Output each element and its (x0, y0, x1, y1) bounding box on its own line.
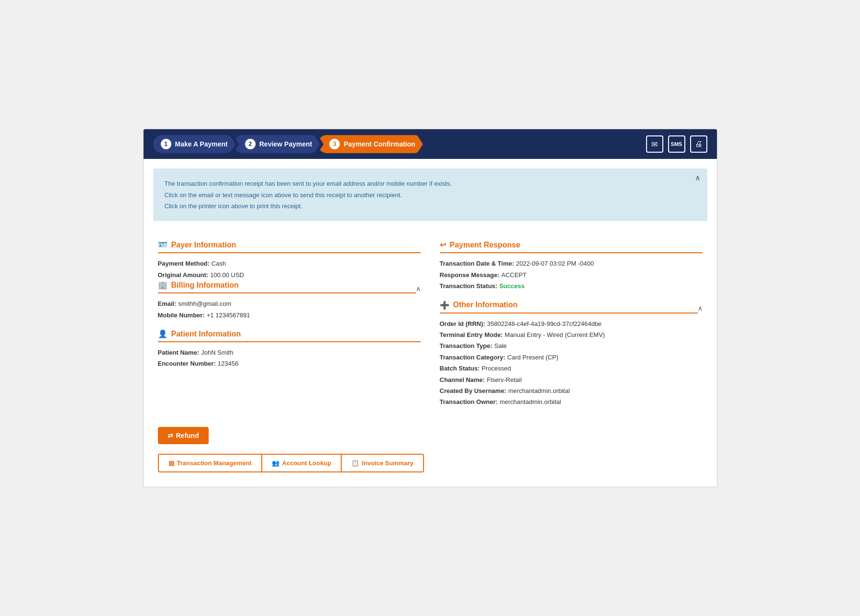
payment-response-content: Transaction Date & Time: 2022-09-07 03:0… (440, 258, 703, 291)
invoice-summary-icon: 📋 (351, 459, 359, 467)
transaction-category-value: Card Present (CP) (507, 352, 558, 363)
transaction-owner-value: merchantadmin.orbital (500, 396, 561, 407)
payment-response-header: ↩ Payment Response (440, 240, 703, 253)
transaction-owner-label: Transaction Owner: (440, 396, 498, 407)
response-message-value: ACCEPT (502, 269, 527, 280)
stepper: 1 Make A Payment 2 Review Payment 3 Paym… (153, 135, 423, 153)
payment-response-title: Payment Response (450, 241, 521, 249)
invoice-summary-button[interactable]: 📋 Invoice Summary (341, 454, 424, 472)
email-value: smithh@gmail.com (179, 298, 232, 309)
patient-name-field: Patient Name: JohN Smith (158, 347, 421, 358)
created-by-value: merchantadmin.orbital (508, 385, 570, 396)
original-amount-field: Original Amount: 100.00 USD (158, 269, 421, 280)
transaction-category-label: Transaction Category: (440, 352, 505, 363)
payment-method-field: Payment Method: Cash (158, 258, 421, 269)
banner-line-3: Click on the printer icon above to print… (165, 201, 696, 212)
response-message-label: Response Message: (440, 269, 500, 280)
patient-name-label: Patient Name: (158, 347, 200, 358)
terminal-mode-field: Terminal Entry Mode: Manual Entry - Wire… (440, 329, 703, 340)
sms-icon[interactable]: SMS (668, 135, 685, 153)
info-banner: The transaction confirmation receipt has… (153, 168, 707, 221)
step-2[interactable]: 2 Review Payment (234, 135, 320, 153)
order-id-value: 35802248-c4ef-4a19-99cd-37cf22464dbe (487, 318, 602, 329)
transaction-category-field: Transaction Category: Card Present (CP) (440, 352, 703, 363)
original-amount-value: 100.00 USD (210, 269, 244, 280)
transaction-status-label: Transaction Status: (440, 280, 498, 291)
transaction-management-label: Transaction Management (177, 459, 252, 467)
transaction-owner-field: Transaction Owner: merchantadmin.orbital (440, 396, 703, 407)
response-icon: ↩ (440, 240, 446, 249)
batch-status-label: Batch Status: (440, 363, 480, 374)
transaction-datetime-label: Transaction Date & Time: (440, 258, 514, 269)
channel-name-field: Channel Name: Fiserv-Retail (440, 374, 703, 385)
step-1-num: 1 (161, 139, 171, 149)
step-1[interactable]: 1 Make A Payment (153, 135, 235, 153)
refund-icon: ⇄ (168, 432, 173, 439)
patient-name-value: JohN Smith (201, 347, 233, 358)
email-icon[interactable]: ✉ (646, 135, 663, 153)
banner-line-1: The transaction confirmation receipt has… (165, 178, 696, 189)
terminal-mode-value: Manual Entry - Wired (Current EMV) (504, 329, 605, 340)
mobile-label: Mobile Number: (158, 310, 205, 321)
billing-collapse-button[interactable]: ∧ (416, 285, 421, 294)
created-by-field: Created By Username: merchantadmin.orbit… (440, 385, 703, 396)
transaction-type-field: Transaction Type: Sale (440, 340, 703, 351)
patient-info-title: Patient Information (171, 330, 241, 338)
refund-label: Refund (176, 432, 199, 439)
channel-name-value: Fiserv-Retail (487, 374, 522, 385)
created-by-label: Created By Username: (440, 385, 506, 396)
transaction-management-icon: ▤ (168, 459, 174, 467)
nav-buttons: ▤ Transaction Management 👥 Account Looku… (158, 454, 703, 472)
other-info-header: ➕ Other Information (440, 301, 698, 314)
billing-info-header: 🏢 Billing Information (158, 280, 416, 293)
transaction-datetime-value: 2022-09-07 03:02 PM -0400 (516, 258, 594, 269)
encounter-label: Encounter Number: (158, 358, 216, 369)
header: 1 Make A Payment 2 Review Payment 3 Paym… (144, 129, 717, 159)
transaction-management-button[interactable]: ▤ Transaction Management (158, 454, 262, 472)
step-2-num: 2 (245, 139, 256, 149)
banner-line-2: Click on the email or text message icon … (165, 190, 696, 201)
step-3[interactable]: 3 Payment Confirmation (318, 135, 423, 153)
encounter-field: Encounter Number: 123456 (158, 358, 421, 369)
transaction-status-field: Transaction Status: Success (440, 280, 703, 291)
channel-name-label: Channel Name: (440, 374, 485, 385)
other-info-content: Order Id (RRN): 35802248-c4ef-4a19-99cd-… (440, 318, 703, 408)
email-label: Email: (158, 298, 177, 309)
step-3-label: Payment Confirmation (344, 140, 415, 148)
transaction-type-value: Sale (494, 340, 507, 351)
main-content: 🪪 Payer Information Payment Method: Cash… (144, 231, 717, 417)
payer-icon: 🪪 (158, 240, 168, 249)
billing-info-title: Billing Information (171, 281, 239, 290)
right-column: ↩ Payment Response Transaction Date & Ti… (440, 240, 703, 407)
transaction-status-value: Success (499, 280, 525, 291)
print-icon[interactable]: 🖨 (690, 135, 707, 153)
banner-collapse-button[interactable]: ∧ (695, 173, 701, 182)
refund-button[interactable]: ⇄ Refund (158, 427, 209, 444)
step-3-num: 3 (329, 139, 340, 149)
mobile-field: Mobile Number: +1 1234567891 (158, 310, 421, 321)
other-info-title: Other Information (453, 301, 518, 309)
other-collapse-button[interactable]: ∧ (698, 304, 703, 314)
account-lookup-label: Account Lookup (282, 459, 332, 467)
encounter-value: 123456 (218, 358, 238, 369)
batch-status-field: Batch Status: Processed (440, 363, 703, 374)
patient-icon: 👤 (158, 329, 168, 338)
main-container: 1 Make A Payment 2 Review Payment 3 Paym… (143, 129, 717, 487)
step-1-label: Make A Payment (175, 140, 228, 148)
account-lookup-button[interactable]: 👥 Account Lookup (262, 454, 341, 472)
step-2-label: Review Payment (259, 140, 313, 148)
payer-info-title: Payer Information (171, 241, 236, 249)
account-lookup-icon: 👥 (272, 459, 279, 467)
billing-info-content: Email: smithh@gmail.com Mobile Number: +… (158, 298, 421, 321)
payment-method-label: Payment Method: (158, 258, 210, 269)
patient-info-content: Patient Name: JohN Smith Encounter Numbe… (158, 347, 421, 370)
payer-info-content: Payment Method: Cash Original Amount: 10… (158, 258, 421, 280)
bottom-area: ⇄ Refund ▤ Transaction Management 👥 Acco… (144, 417, 717, 487)
transaction-type-label: Transaction Type: (440, 340, 492, 351)
other-icon: ➕ (440, 301, 449, 310)
transaction-datetime-field: Transaction Date & Time: 2022-09-07 03:0… (440, 258, 703, 269)
left-column: 🪪 Payer Information Payment Method: Cash… (158, 240, 421, 407)
order-id-field: Order Id (RRN): 35802248-c4ef-4a19-99cd-… (440, 318, 703, 329)
mobile-value: +1 1234567891 (207, 310, 250, 321)
terminal-mode-label: Terminal Entry Mode: (440, 329, 503, 340)
